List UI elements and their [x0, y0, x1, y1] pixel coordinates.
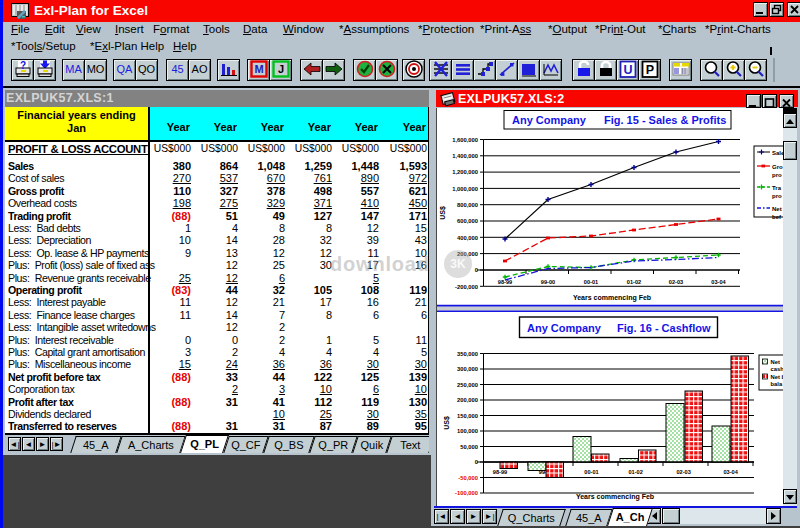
svg-text:350,000: 350,000 — [457, 351, 478, 357]
svg-text:Net: Net — [771, 359, 780, 365]
svg-text:200,000: 200,000 — [457, 397, 478, 403]
svg-text:US$: US$ — [439, 206, 447, 220]
svg-text:-100,000: -100,000 — [455, 490, 478, 496]
svg-text:02-03: 02-03 — [669, 279, 683, 285]
svg-text:1,200,000: 1,200,000 — [452, 169, 478, 175]
svg-text:Fig. 15 - Sales & Profits: Fig. 15 - Sales & Profits — [604, 114, 726, 126]
svg-text:600,000: 600,000 — [457, 218, 478, 224]
svg-text:00-01: 00-01 — [584, 469, 598, 475]
svg-text:Net: Net — [772, 206, 782, 212]
svg-text:Fig. 16 - Cashflow: Fig. 16 - Cashflow — [617, 322, 711, 334]
svg-text:Tra: Tra — [772, 185, 782, 191]
svg-text:1,400,000: 1,400,000 — [452, 153, 478, 159]
svg-text:?: ? — [19, 60, 25, 71]
svg-text:400,000: 400,000 — [457, 235, 478, 241]
svg-text:0: 0 — [475, 267, 478, 273]
svg-text:01-02: 01-02 — [628, 469, 642, 475]
svg-text:250,000: 250,000 — [457, 382, 478, 388]
svg-text:Any Company: Any Company — [527, 322, 602, 334]
svg-text:-200,000: -200,000 — [455, 284, 478, 290]
svg-text:J: J — [277, 63, 283, 75]
svg-text:Sale: Sale — [772, 150, 783, 156]
svg-text:pro: pro — [772, 193, 782, 199]
svg-text:1,000,000: 1,000,000 — [452, 186, 478, 192]
svg-text:Any Company: Any Company — [512, 114, 587, 126]
svg-text:pro: pro — [772, 172, 782, 178]
svg-text:300,000: 300,000 — [457, 366, 478, 372]
svg-text:Net b: Net b — [771, 374, 784, 380]
svg-text:Years commencing Feb: Years commencing Feb — [576, 493, 654, 501]
svg-text:800,000: 800,000 — [457, 202, 478, 208]
svg-text:03-04: 03-04 — [711, 279, 726, 285]
svg-text:03-04: 03-04 — [723, 469, 738, 475]
svg-text:150,000: 150,000 — [457, 413, 478, 419]
svg-text:bef: bef — [772, 214, 782, 220]
svg-text:98-99: 98-99 — [493, 469, 507, 475]
svg-text:P: P — [645, 63, 653, 77]
svg-text:50,000: 50,000 — [460, 444, 478, 450]
svg-text:M: M — [254, 63, 263, 75]
svg-text:bala: bala — [771, 381, 783, 387]
svg-text:-50,000: -50,000 — [458, 475, 478, 481]
svg-text:100,000: 100,000 — [457, 428, 478, 434]
svg-text:02-03: 02-03 — [676, 469, 690, 475]
svg-text:00-01: 00-01 — [584, 279, 598, 285]
svg-text:Years commencing Feb: Years commencing Feb — [573, 294, 651, 302]
svg-text:U: U — [623, 63, 632, 77]
svg-text:cash: cash — [771, 366, 784, 372]
svg-text:US$: US$ — [443, 416, 451, 430]
svg-text:1,600,000: 1,600,000 — [452, 137, 478, 143]
svg-text:99-00: 99-00 — [541, 279, 555, 285]
svg-text:Gro: Gro — [772, 164, 783, 170]
svg-text:01-02: 01-02 — [627, 279, 641, 285]
